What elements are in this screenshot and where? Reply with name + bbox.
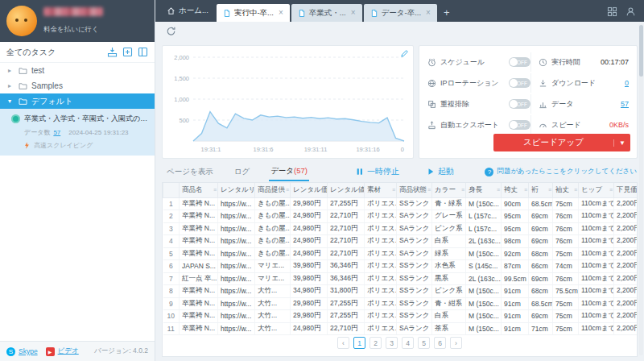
all-tasks-row[interactable]: 全てのタスク	[0, 42, 155, 63]
column-header[interactable]: 商品状態≡	[397, 183, 432, 197]
import-task-icon[interactable]	[107, 47, 118, 57]
page-button-5[interactable]: 5	[418, 337, 430, 349]
page-button-6[interactable]: 6	[434, 337, 446, 349]
fast-scrape-icon	[23, 141, 31, 150]
filter-icon[interactable]: ≡	[427, 187, 431, 193]
apps-grid-icon[interactable]	[607, 6, 617, 17]
column-header[interactable]: 袖丈≡	[553, 183, 579, 197]
filter-icon[interactable]: ≡	[392, 187, 395, 193]
close-icon[interactable]: ×	[351, 9, 356, 17]
table-row[interactable]: 8卒業袴 N...https://w...大竹...34,980円31,800円…	[163, 285, 638, 298]
filter-icon[interactable]: ≡	[497, 187, 500, 193]
column-header[interactable]: ヒップ≡	[579, 183, 614, 197]
table-row[interactable]: 1卒業袴 N...https://w...きもの屋...29,980円27,25…	[163, 197, 638, 210]
tree-item-label: test	[31, 66, 44, 75]
skype-link[interactable]: Skype	[19, 347, 38, 355]
table-row[interactable]: 10卒業袴 N...https://w...大竹...29,980円27,255…	[163, 310, 638, 323]
tree-item-default[interactable]: ▾ デフォルト	[0, 93, 155, 109]
close-icon[interactable]: ×	[279, 9, 283, 17]
table-cell: 27,255円	[328, 310, 365, 323]
ip-rotation-toggle[interactable]: OFF	[509, 78, 530, 88]
schedule-toggle[interactable]: OFF	[509, 57, 530, 67]
start-button[interactable]: 起動	[427, 166, 454, 177]
tab-home[interactable]: ホーム...	[160, 0, 215, 22]
auto-export-toggle[interactable]: OFF	[509, 120, 530, 130]
tree-item-test[interactable]: ▸ test	[0, 63, 155, 78]
stat-speed: スピード 0KB/s	[530, 115, 629, 135]
task-item-selected[interactable]: 卒業式・入学式・卒園式・入園式の卒業袴 ... データ数 57 2024-04-…	[0, 109, 155, 156]
page-button-3[interactable]: 3	[386, 337, 398, 349]
account-icon[interactable]	[625, 6, 636, 17]
filter-icon[interactable]: ≡	[461, 187, 464, 193]
tab-task-data[interactable]: データ-卒... ×	[364, 4, 437, 22]
page-prev-button[interactable]: ‹	[337, 337, 349, 349]
tab-log[interactable]: ログ	[233, 164, 251, 180]
column-header[interactable]: 身長≡	[466, 183, 502, 197]
column-header[interactable]: 商品名≡	[180, 183, 218, 197]
table-cell: 71cm	[529, 322, 553, 335]
page-button-1[interactable]: 1	[353, 337, 365, 349]
filter-icon[interactable]: ≡	[213, 187, 217, 193]
speed-up-button[interactable]: スピードアップ ▼	[493, 134, 630, 151]
data-count-link[interactable]: 57	[53, 129, 60, 136]
new-task-icon[interactable]	[122, 47, 133, 57]
column-header[interactable]: カラー≡	[432, 183, 466, 197]
filter-icon[interactable]: ≡	[360, 187, 363, 193]
close-icon[interactable]: ×	[426, 9, 431, 17]
filter-icon[interactable]: ≡	[574, 187, 577, 193]
row-index-cell: 7	[163, 272, 180, 285]
column-header-label: 裄	[531, 185, 539, 193]
table-row[interactable]: 4卒業袴 N...https://w...きもの屋...24,980円22,71…	[163, 235, 638, 248]
scrollbar-thumb[interactable]	[639, 25, 643, 77]
column-header[interactable]: 裄≡	[529, 183, 553, 197]
column-header[interactable]: 素材≡	[365, 183, 397, 197]
data-count-link[interactable]: 57	[621, 100, 629, 108]
tab-view-page[interactable]: ページを表示	[165, 164, 215, 180]
download-count-link[interactable]: 0	[625, 79, 629, 87]
tab-task-config[interactable]: 卒業式・... ×	[291, 4, 362, 22]
setting-auto-export: 自動エクスポート OFF	[427, 115, 530, 135]
filter-icon[interactable]: ≡	[323, 187, 326, 193]
edit-chart-icon[interactable]	[400, 49, 409, 60]
dedupe-toggle[interactable]: OFF	[509, 99, 530, 109]
filter-icon[interactable]: ≡	[609, 187, 613, 193]
data-bars-icon	[539, 100, 547, 109]
column-header[interactable]: 袴丈≡	[502, 183, 529, 197]
page-next-button[interactable]: ›	[450, 337, 462, 349]
table-row[interactable]: 7紅一点 卒...https://w...マリエ...39,980円36,346…	[163, 272, 638, 285]
column-header[interactable]: 下見価格≡	[614, 183, 638, 197]
filter-icon[interactable]: ≡	[250, 187, 254, 193]
table-row[interactable]: 6JAPAN S...https://w...マリエ...39,980円36,3…	[163, 260, 638, 273]
table-cell: ピンク系	[432, 222, 466, 235]
pause-button[interactable]: 一時停止	[356, 166, 399, 177]
new-tab-button[interactable]: +	[444, 6, 450, 19]
filter-icon[interactable]: ≡	[286, 187, 289, 193]
tree-item-samples[interactable]: ▸ Samples	[0, 78, 155, 93]
filter-icon[interactable]: ≡	[524, 187, 527, 193]
video-link[interactable]: ビデオ	[58, 346, 79, 356]
table-row[interactable]: 11卒業袴 N...https://w...大竹...24,980円22,710…	[163, 322, 638, 335]
page-button-2[interactable]: 2	[369, 337, 382, 349]
table-row[interactable]: 5卒業袴 N...https://w...きもの屋...24,980円22,71…	[163, 247, 638, 260]
table-cell: https://w...	[218, 322, 255, 335]
start-label: 起動	[438, 166, 454, 177]
table-cell: 110cmまで	[579, 247, 614, 260]
help-link[interactable]: ? 問題があったらここをクリックしてください	[485, 167, 637, 176]
collapse-panel-icon[interactable]	[138, 47, 148, 57]
table-row[interactable]: 2卒業袴 N...https://w...きもの屋...24,980円22,71…	[163, 210, 638, 223]
vertical-scrollbar[interactable]	[639, 23, 643, 355]
chevron-down-icon[interactable]: ▼	[613, 139, 630, 147]
pay-fees-link[interactable]: 料金を払いに行く	[43, 25, 99, 35]
tab-data[interactable]: データ(57)	[269, 163, 309, 181]
column-header[interactable]: 商品提供≡	[255, 183, 291, 197]
filter-icon[interactable]: ≡	[548, 187, 551, 193]
refresh-icon[interactable]	[166, 26, 176, 36]
avatar[interactable]	[6, 6, 37, 36]
table-row[interactable]: 3卒業袴 N...https://w...きもの屋...24,980円22,71…	[163, 222, 638, 235]
column-header[interactable]: レンタルリ≡	[218, 183, 255, 197]
column-header[interactable]: レンタル価≡	[291, 183, 328, 197]
tab-running-task[interactable]: 実行中-卒... ×	[217, 4, 290, 22]
page-button-4[interactable]: 4	[402, 337, 414, 349]
column-header[interactable]: レンタル値≡	[328, 183, 365, 197]
table-row[interactable]: 9卒業袴 N...https://w...大竹...29,980円27,255円…	[163, 297, 638, 310]
